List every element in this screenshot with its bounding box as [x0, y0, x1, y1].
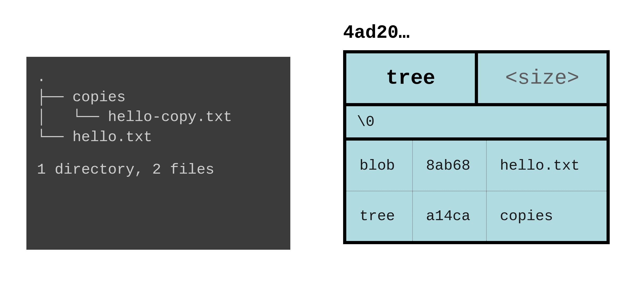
object-type: tree — [346, 53, 478, 103]
object-size: <size> — [478, 53, 607, 103]
tree-entry-row: blob 8ab68 hello.txt — [346, 141, 607, 191]
entry-name: hello.txt — [486, 141, 607, 191]
null-terminator: \0 — [346, 106, 607, 141]
entry-mode: tree — [346, 191, 412, 241]
tree-entries: blob 8ab68 hello.txt tree a14ca copies — [346, 141, 607, 241]
tree-output: . ├── copies │ └── hello-copy.txt └── he… — [37, 67, 280, 147]
terminal-panel: . ├── copies │ └── hello-copy.txt └── he… — [26, 57, 290, 250]
tree-summary: 1 directory, 2 files — [37, 160, 280, 180]
entry-hash: 8ab68 — [412, 141, 486, 191]
tree-entry-row: tree a14ca copies — [346, 191, 607, 241]
entry-hash: a14ca — [412, 191, 486, 241]
tree-object-header: tree <size> — [346, 53, 607, 106]
entry-mode: blob — [346, 141, 412, 191]
git-object-hash: 4ad20… — [343, 22, 410, 43]
git-tree-object: tree <size> \0 blob 8ab68 hello.txt tree… — [343, 50, 610, 244]
entry-name: copies — [486, 191, 607, 241]
